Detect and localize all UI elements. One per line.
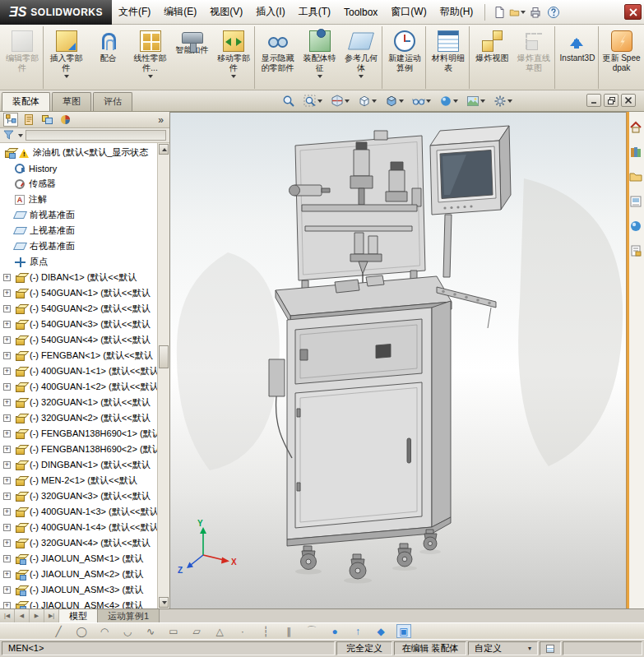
- sketch-tool-icon[interactable]: ∙: [235, 624, 250, 638]
- tree-item[interactable]: 前视基准面: [0, 207, 157, 223]
- command-button[interactable]: 参考几何体: [341, 26, 382, 89]
- file-explorer-icon[interactable]: [628, 169, 643, 184]
- expander-icon[interactable]: +: [3, 586, 11, 594]
- tab-nav-button[interactable]: |◀: [0, 609, 15, 622]
- zoom-fit-button[interactable]: [280, 93, 298, 109]
- scroll-up-button[interactable]: [159, 144, 169, 155]
- help-button[interactable]: [544, 3, 563, 21]
- doc-restore-button[interactable]: [604, 94, 619, 107]
- document-tab[interactable]: 模型: [59, 609, 98, 622]
- tree-item[interactable]: + (-) JIAOLUN_ASM<4> (默认: [0, 598, 157, 608]
- sketch-tool-icon[interactable]: ◠: [97, 624, 112, 638]
- sketch-tool-icon[interactable]: ┆: [258, 624, 273, 638]
- sketch-tool-icon[interactable]: △: [212, 624, 227, 638]
- command-button[interactable]: 爆炸直线草图: [513, 26, 555, 89]
- tree-item[interactable]: + (-) 540GUAN<1> (默认<<默认: [0, 285, 157, 301]
- expander-icon[interactable]: +: [3, 430, 11, 437]
- command-button[interactable]: 爆炸视图: [471, 26, 513, 89]
- apply-scene-button[interactable]: [464, 93, 488, 109]
- sketch-tool-icon[interactable]: ∿: [143, 624, 158, 638]
- command-button[interactable]: 显示隐藏的零部件: [257, 26, 299, 89]
- design-library-icon[interactable]: [628, 145, 643, 160]
- expander-icon[interactable]: +: [3, 602, 11, 608]
- status-custom-dropdown[interactable]: 自定义 ▾: [468, 641, 538, 655]
- custom-properties-icon[interactable]: [628, 243, 643, 258]
- expander-icon[interactable]: +: [3, 477, 11, 484]
- doc-close-button[interactable]: [621, 94, 636, 107]
- menu-item[interactable]: 窗口(W): [384, 5, 433, 19]
- featuremanager-tree-tab[interactable]: [3, 113, 18, 127]
- window-close-button[interactable]: [624, 4, 642, 20]
- expander-icon[interactable]: +: [3, 539, 11, 547]
- tree-item[interactable]: + (-) 400GUAN-1<3> (默认<<默认: [0, 504, 157, 520]
- tree-item[interactable]: + (-) 320GUAN<1> (默认<<默认: [0, 395, 157, 410]
- tree-item[interactable]: 注解: [0, 192, 157, 207]
- tree-item[interactable]: + (-) MEN-2<1> (默认<<默认: [0, 473, 157, 488]
- menu-item[interactable]: 帮助(H): [433, 5, 480, 19]
- sketch-tool-icon[interactable]: ◆: [373, 624, 388, 638]
- expander-icon[interactable]: +: [3, 336, 11, 344]
- graphics-viewport[interactable]: Y X Z: [170, 112, 626, 608]
- tree-item[interactable]: 上视基准面: [0, 223, 157, 238]
- open-document-button[interactable]: [508, 3, 526, 21]
- expander-icon[interactable]: +: [3, 274, 11, 281]
- solidworks-resources-icon[interactable]: [628, 120, 643, 135]
- tree-item[interactable]: + (-) 540GUAN<4> (默认<<默认: [0, 332, 157, 348]
- tree-item[interactable]: + (-) 320GUAN<4> (默认<<默认: [0, 535, 157, 551]
- expander-icon[interactable]: +: [3, 571, 11, 578]
- command-button[interactable]: 插入零部件: [45, 26, 87, 89]
- expander-icon[interactable]: +: [3, 508, 11, 516]
- expander-icon[interactable]: +: [3, 305, 11, 312]
- expander-icon[interactable]: +: [3, 414, 11, 422]
- configurationmanager-tab[interactable]: [39, 113, 54, 127]
- expander-icon[interactable]: +: [3, 555, 11, 562]
- view-settings-button[interactable]: [491, 93, 515, 109]
- tree-item[interactable]: + (-) JIAOLUN_ASM<2> (默认: [0, 567, 157, 582]
- propertymanager-tab[interactable]: [21, 113, 36, 127]
- zoom-area-button[interactable]: [301, 93, 325, 109]
- sketch-tool-icon[interactable]: ╱: [51, 624, 66, 638]
- command-tab[interactable]: 草图: [52, 92, 91, 111]
- menu-item[interactable]: 插入(I): [249, 5, 291, 19]
- sketch-tool-icon[interactable]: ▱: [189, 624, 204, 638]
- command-button[interactable]: 配合: [87, 26, 129, 89]
- tree-item[interactable]: 传感器: [0, 176, 157, 192]
- display-style-button[interactable]: [382, 93, 406, 109]
- expander-icon[interactable]: +: [3, 446, 11, 453]
- scroll-thumb[interactable]: [159, 345, 169, 368]
- menu-item[interactable]: Toolbox: [337, 7, 384, 18]
- command-button[interactable]: 移动零部件: [213, 26, 255, 89]
- sketch-tool-icon[interactable]: ◡: [120, 624, 135, 638]
- expander-icon[interactable]: +: [3, 321, 11, 328]
- expander-icon[interactable]: +: [3, 399, 11, 406]
- appearances-icon[interactable]: [628, 219, 643, 234]
- menu-item[interactable]: 文件(F): [112, 5, 157, 19]
- tree-item[interactable]: + (-) 540GUAN<2> (默认<<默认: [0, 301, 157, 317]
- tree-root-item[interactable]: 涂油机 (默认<默认_显示状态: [0, 145, 157, 160]
- command-tab[interactable]: 评估: [93, 92, 132, 111]
- menu-item[interactable]: 工具(T): [292, 5, 337, 19]
- machine-model[interactable]: [269, 126, 511, 584]
- displaymanager-tab[interactable]: [58, 113, 72, 127]
- sketch-tool-icon[interactable]: ▭: [166, 624, 181, 638]
- tree-item[interactable]: + (-) FENGBAN<1> (默认<<默认: [0, 348, 157, 363]
- assembly-model-view[interactable]: Y X Z: [170, 113, 626, 608]
- filter-input[interactable]: [25, 130, 166, 141]
- command-button[interactable]: 新建运动算例: [384, 26, 426, 89]
- tree-item[interactable]: + (-) 540GUAN<3> (默认<<默认: [0, 317, 157, 332]
- sketch-tool-icon[interactable]: ⌒: [304, 624, 319, 638]
- tree-item[interactable]: + (-) DINGBAN<1> (默认<<默认: [0, 457, 157, 473]
- tree-item[interactable]: + (-) JIAOLUN_ASM<3> (默认: [0, 582, 157, 598]
- expander-icon[interactable]: +: [3, 524, 11, 531]
- command-button[interactable]: 编辑零部件: [2, 26, 44, 89]
- expander-icon[interactable]: +: [3, 461, 11, 469]
- expander-icon[interactable]: +: [3, 368, 11, 375]
- document-tab[interactable]: 运动算例1: [98, 609, 160, 622]
- tree-scrollbar[interactable]: [157, 143, 169, 608]
- panel-overflow-chevron[interactable]: »: [155, 114, 166, 126]
- tab-nav-button[interactable]: ▶|: [44, 609, 59, 622]
- filter-funnel-icon[interactable]: [3, 130, 15, 141]
- command-tab[interactable]: 装配体: [2, 92, 50, 111]
- tree-item[interactable]: + (-) 400GUAN-1<2> (默认<<默认: [0, 379, 157, 395]
- hide-show-items-button[interactable]: [410, 93, 433, 109]
